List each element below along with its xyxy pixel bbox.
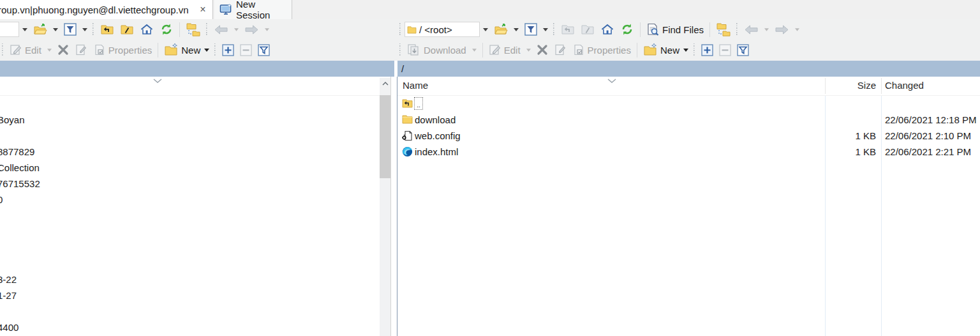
file-row[interactable]: download22/06/2021 12:18 PM [397, 112, 980, 128]
properties-label: Properties [108, 45, 152, 56]
toolbar-grip[interactable] [92, 23, 96, 36]
right-location-toolbar: / <root> [397, 19, 980, 40]
root-directory-icon[interactable] [117, 21, 137, 38]
clipped-file-name[interactable]: 8877829 [0, 144, 34, 160]
edit-caret [45, 47, 54, 54]
forward-caret [792, 26, 802, 33]
toolbar-grip[interactable] [399, 23, 403, 36]
clipped-file-name[interactable]: 76715532 [0, 176, 40, 192]
explore-directory-tree-icon[interactable] [713, 20, 734, 38]
find-files-label: Find Files [662, 24, 704, 35]
edit-label: Edit [25, 45, 41, 56]
folder-icon [402, 114, 413, 125]
delete-icon [534, 42, 551, 57]
rename-icon [551, 42, 569, 58]
filter-toggle-icon[interactable] [255, 42, 272, 58]
root-directory-icon [578, 21, 597, 38]
focused-file-name[interactable]: .. [414, 97, 423, 110]
toolbar-area: / <root> [0, 19, 980, 61]
config-file-icon [402, 130, 413, 141]
left-column-header[interactable] [0, 77, 390, 96]
file-name[interactable]: download [415, 112, 456, 128]
clipped-file-name[interactable]: Boyan [0, 112, 25, 128]
toolbar-grip[interactable] [205, 23, 209, 36]
filter-icon[interactable] [522, 21, 540, 38]
toolbar-grip[interactable] [1, 43, 5, 56]
file-name[interactable]: web.config [415, 128, 461, 144]
filter-icon[interactable] [61, 21, 79, 38]
open-directory-caret[interactable] [511, 26, 521, 33]
tab-new-session[interactable]: New Session [214, 0, 292, 19]
file-row[interactable]: index.html1 KB22/06/2021 2:21 PM [397, 144, 980, 160]
increase-font-icon[interactable] [699, 42, 716, 58]
column-header-changed[interactable]: Changed [885, 80, 924, 91]
explore-directory-tree-icon[interactable] [183, 20, 204, 38]
sort-ascending-icon [607, 78, 617, 84]
left-location-toolbar [0, 19, 394, 40]
rename-icon [72, 42, 90, 58]
properties-icon: Properties [570, 42, 634, 58]
left-path-bar[interactable] [0, 61, 394, 77]
left-scrollbar[interactable] [380, 78, 390, 336]
right-path-label: / [401, 63, 404, 74]
toolbar-grip[interactable] [736, 23, 739, 36]
decrease-font-icon [237, 42, 255, 58]
file-row[interactable]: .. [397, 96, 980, 112]
sort-ascending-icon [152, 78, 163, 84]
download-button: Download [405, 42, 469, 58]
home-directory-icon[interactable] [598, 21, 617, 38]
left-drive-combo[interactable] [0, 22, 19, 37]
remote-file-list: ..download22/06/2021 12:18 PMweb.config1… [397, 96, 980, 336]
clipped-file-name[interactable]: 4400 [0, 319, 19, 335]
parent-directory-icon[interactable] [98, 21, 117, 38]
remote-directory-combo[interactable]: / <root> [405, 22, 480, 37]
file-changed: 22/06/2021 12:18 PM [885, 112, 976, 128]
file-name[interactable]: index.html [415, 144, 458, 160]
increase-font-icon[interactable] [219, 42, 237, 58]
toolbar-grip[interactable] [553, 23, 556, 36]
clipped-file-name[interactable]: 3-22 [0, 271, 17, 287]
clipped-file-name[interactable]: Collection [0, 160, 40, 176]
refresh-icon[interactable] [618, 21, 637, 38]
remote-directory-caret[interactable] [480, 26, 491, 33]
file-changed: 22/06/2021 2:21 PM [885, 144, 971, 160]
filter-toggle-icon[interactable] [734, 42, 752, 58]
delete-icon [55, 42, 71, 57]
new-button[interactable]: New [161, 42, 212, 58]
find-files-button[interactable]: Find Files [644, 21, 706, 38]
right-column-header: Name Size Changed [397, 77, 980, 96]
edit-caret [524, 47, 533, 54]
file-row[interactable]: web.config1 KB22/06/2021 2:10 PM [397, 128, 980, 144]
new-button[interactable]: New [641, 42, 691, 58]
scrollbar-thumb[interactable] [380, 95, 390, 178]
tab-session-active[interactable]: roup.vn|phuong.nguyen@dl.viettechgroup.v… [0, 0, 213, 19]
open-directory-icon[interactable] [31, 21, 50, 38]
new-label: New [660, 45, 679, 56]
edge-html-icon [402, 146, 413, 157]
left-drive-combo-caret[interactable] [20, 26, 30, 33]
file-size: 1 KB [855, 144, 876, 160]
file-changed: 22/06/2021 2:10 PM [885, 128, 971, 144]
toolbar-grip[interactable] [214, 43, 218, 56]
clipped-file-name[interactable]: 0 [0, 192, 3, 208]
open-directory-icon[interactable] [491, 21, 510, 38]
properties-icon: Properties [91, 42, 154, 58]
download-caret [470, 47, 479, 54]
back-icon [211, 23, 231, 36]
session-tab-title: roup.vn|phuong.nguyen@dl.viettechgroup.v… [0, 4, 189, 15]
home-directory-icon[interactable] [137, 21, 156, 38]
column-header-size[interactable]: Size [858, 80, 876, 91]
filter-caret[interactable] [80, 26, 90, 33]
clipped-file-name[interactable]: 1-27 [0, 287, 17, 303]
toolbar-grip[interactable] [693, 43, 697, 56]
scroll-up-icon[interactable] [380, 78, 390, 89]
filter-caret[interactable] [540, 26, 551, 33]
open-directory-caret[interactable] [50, 26, 61, 33]
parent-folder-icon [402, 98, 413, 109]
column-header-name[interactable]: Name [403, 80, 428, 91]
refresh-icon[interactable] [157, 21, 176, 38]
right-path-bar[interactable]: / [397, 61, 980, 77]
toolbar-grip[interactable] [399, 43, 403, 56]
close-tab-icon[interactable]: × [197, 3, 209, 16]
new-label: New [181, 45, 200, 56]
